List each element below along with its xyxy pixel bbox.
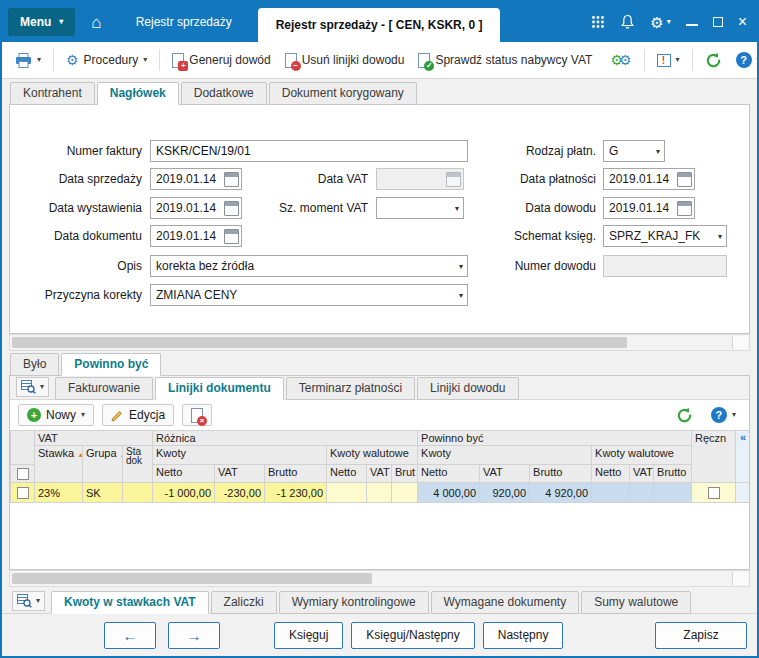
- tab-kontrahent[interactable]: Kontrahent: [10, 82, 95, 105]
- column-header-brut-wal-roznica[interactable]: Brut: [392, 465, 418, 483]
- column-header-vat-powinno[interactable]: VAT: [480, 465, 530, 483]
- data-sprzedazy-input[interactable]: 2019.01.14: [150, 168, 242, 190]
- data-platnosci-input[interactable]: 2019.01.14: [603, 168, 695, 190]
- cell-roznica-brutto-walutowe[interactable]: [392, 483, 418, 503]
- table-row[interactable]: 23% SK -1 000,00 -230,00 -1 230,00 4 000…: [11, 483, 751, 503]
- tab-terminarz-platnosci[interactable]: Terminarz płatności: [286, 377, 415, 400]
- scrollbar-thumb[interactable]: [12, 573, 372, 584]
- column-header-netto-powinno[interactable]: Netto: [418, 465, 480, 483]
- tab-sumy-walutowe[interactable]: Sumy walutowe: [581, 591, 691, 614]
- column-header-vat-wal-roznica[interactable]: VAT: [367, 465, 392, 483]
- home-icon[interactable]: ⌂: [91, 14, 101, 31]
- tab-powinno-byc[interactable]: Powinno być: [61, 353, 161, 376]
- scrollbar-grip[interactable]: [732, 336, 748, 349]
- select-all-header-cell[interactable]: [11, 465, 35, 483]
- column-header-sta-dok[interactable]: Sta dok: [123, 446, 153, 483]
- cell-roznica-netto-walutowe[interactable]: [327, 483, 367, 503]
- calendar-icon[interactable]: [224, 172, 239, 187]
- delete-row-button[interactable]: ×: [182, 404, 212, 426]
- check-vat-status-button[interactable]: ✓ Sprawdź status nabywcy VAT: [413, 49, 597, 72]
- cell-powinno-vat-walutowe[interactable]: [630, 483, 654, 503]
- tab-linijki-dokumentu[interactable]: Linijki dokumentu: [155, 377, 284, 400]
- data-dowodu-input[interactable]: 2019.01.14: [603, 197, 695, 219]
- column-header-brutto-wal-powinno[interactable]: Brutto: [654, 465, 692, 483]
- detail-help-button[interactable]: ? ▾: [706, 403, 741, 427]
- ksieguj-button[interactable]: Księguj: [274, 622, 343, 649]
- sz-moment-vat-combo[interactable]: ▾: [376, 197, 464, 219]
- generate-proof-button[interactable]: + Generuj dowód: [167, 49, 275, 72]
- cell-grupa[interactable]: SK: [83, 483, 123, 503]
- column-header-recznie[interactable]: Ręczn: [692, 431, 736, 483]
- row-checkbox[interactable]: [17, 487, 29, 499]
- column-header-netto-roznica[interactable]: Netto: [153, 465, 215, 483]
- cell-recznie[interactable]: [692, 483, 736, 503]
- tab-wymagane-dokumenty[interactable]: Wymagane dokumenty: [431, 591, 580, 614]
- cell-roznica-netto[interactable]: -1 000,00: [153, 483, 215, 503]
- tab-linijki-dowodu[interactable]: Linijki dowodu: [417, 377, 518, 400]
- grid-horizontal-scrollbar[interactable]: [9, 570, 750, 587]
- data-wystawienia-input[interactable]: 2019.01.14: [150, 197, 242, 219]
- next-record-button[interactable]: →: [168, 622, 220, 649]
- rodzaj-platn-combo[interactable]: G ▾: [603, 140, 665, 162]
- settings-gear-button[interactable]: ⚙ ▾: [650, 15, 670, 30]
- column-header-netto-wal-powinno[interactable]: Netto: [592, 465, 630, 483]
- refresh-button[interactable]: [700, 48, 727, 73]
- numer-faktury-input[interactable]: [150, 140, 468, 162]
- grid-layout-button[interactable]: ▾: [16, 377, 49, 397]
- calendar-icon[interactable]: [677, 172, 692, 187]
- delete-proof-lines-button[interactable]: − Usuń linijki dowodu: [280, 49, 410, 72]
- collapse-columns-control[interactable]: «: [736, 431, 750, 483]
- document-tab-background[interactable]: Rejestr sprzedaży: [118, 2, 250, 42]
- edit-row-button[interactable]: Edycja: [102, 404, 174, 426]
- zapisz-button[interactable]: Zapisz: [655, 622, 747, 649]
- print-button[interactable]: ▾: [10, 49, 46, 72]
- przyczyna-korekty-combo[interactable]: ZMIANA CENY ▾: [150, 284, 468, 306]
- tab-bylo[interactable]: Było: [10, 353, 59, 376]
- help-button[interactable]: ? ▾: [731, 48, 759, 72]
- cell-roznica-vat[interactable]: -230,00: [215, 483, 265, 503]
- cell-roznica-vat-walutowe[interactable]: [367, 483, 392, 503]
- column-header-grupa[interactable]: Grupa ▲2: [83, 446, 123, 483]
- tab-dodatkowe[interactable]: Dodatkowe: [181, 82, 267, 105]
- column-header-vat-roznica[interactable]: VAT: [215, 465, 265, 483]
- column-header-brutto-powinno[interactable]: Brutto: [530, 465, 592, 483]
- opis-combo[interactable]: korekta bez źródła ▾: [150, 255, 468, 277]
- form-horizontal-scrollbar[interactable]: [9, 334, 750, 351]
- cell-powinno-netto-walutowe[interactable]: [592, 483, 630, 503]
- cell-powinno-brutto[interactable]: 4 920,00: [530, 483, 592, 503]
- maximize-button[interactable]: [713, 17, 723, 27]
- cell-powinno-netto[interactable]: 4 000,00: [418, 483, 480, 503]
- cell-powinno-vat[interactable]: 920,00: [480, 483, 530, 503]
- detail-refresh-button[interactable]: [671, 403, 698, 428]
- tab-fakturowanie[interactable]: Fakturowanie: [55, 377, 153, 400]
- process-gears-button[interactable]: ⚙⚙: [605, 49, 636, 71]
- apps-grid-icon[interactable]: [591, 15, 605, 29]
- scrollbar-grip[interactable]: [732, 572, 748, 585]
- column-header-vat-wal-powinno[interactable]: VAT: [630, 465, 654, 483]
- cell-stawka[interactable]: 23%: [35, 483, 83, 503]
- previous-record-button[interactable]: ←: [104, 622, 156, 649]
- close-button[interactable]: ×: [738, 14, 747, 30]
- cell-roznica-brutto[interactable]: -1 230,00: [265, 483, 327, 503]
- menu-button[interactable]: Menu ▾: [8, 8, 75, 36]
- schemat-ksieg-combo[interactable]: SPRZ_KRAJ_FK ▾: [603, 225, 727, 247]
- cell-sta-dok[interactable]: [123, 483, 153, 503]
- tab-dokument-korygowany[interactable]: Dokument korygowany: [269, 82, 417, 105]
- calendar-icon[interactable]: [224, 201, 239, 216]
- minimize-button[interactable]: [686, 18, 698, 26]
- row-select-cell[interactable]: [11, 483, 35, 503]
- column-header-netto-wal-roznica[interactable]: Netto: [327, 465, 367, 483]
- grid-layout-button[interactable]: ▾: [12, 591, 45, 611]
- warnings-button[interactable]: ! ▾: [652, 50, 685, 71]
- tab-naglowek[interactable]: Nagłówek: [97, 82, 179, 105]
- nastepny-button[interactable]: Następny: [483, 622, 564, 649]
- new-row-button[interactable]: + Nowy ▾: [18, 404, 94, 426]
- column-header-stawka[interactable]: Stawka ▲1: [35, 446, 83, 483]
- data-dokumentu-input[interactable]: 2019.01.14: [150, 225, 242, 247]
- notifications-bell-icon[interactable]: [620, 14, 635, 30]
- ksieguj-nastepny-button[interactable]: Księguj/Następny: [351, 622, 474, 649]
- document-tab-active[interactable]: Rejestr sprzedaży - [ CEN, KSKR, 0 ]: [258, 8, 501, 42]
- select-all-checkbox[interactable]: [17, 468, 29, 480]
- tab-kwoty-w-stawkach-vat[interactable]: Kwoty w stawkach VAT: [51, 591, 209, 614]
- recznie-checkbox[interactable]: [708, 487, 720, 499]
